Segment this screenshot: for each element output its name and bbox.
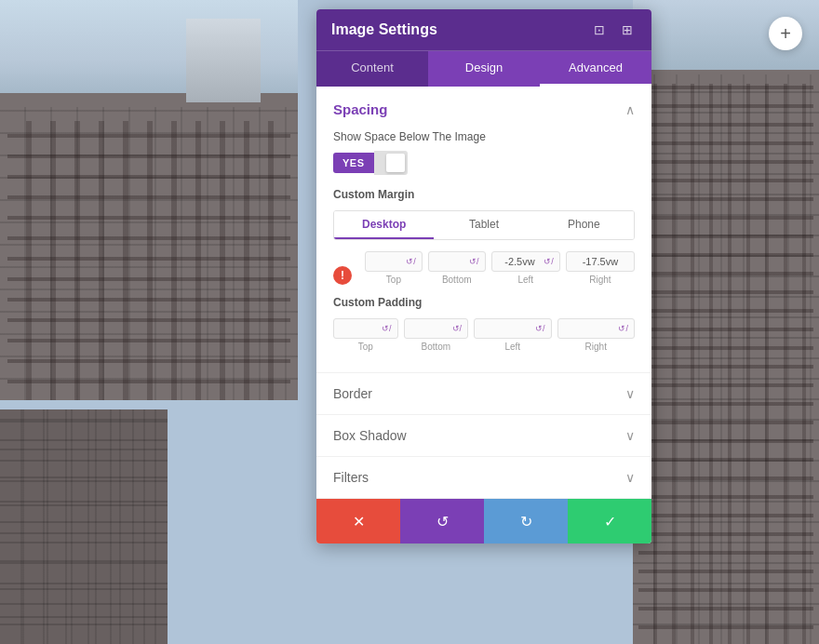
padding-left-input[interactable]: [480, 323, 533, 334]
panel-title: Image Settings: [331, 21, 437, 38]
padding-left-col: ↺/ Left: [474, 318, 551, 352]
toggle-yes-button[interactable]: YES: [333, 153, 374, 173]
custom-padding-label: Custom Padding: [333, 296, 635, 309]
device-tab-tablet[interactable]: Tablet: [434, 211, 533, 239]
device-tabs: Desktop Tablet Phone: [333, 210, 635, 240]
margin-left-input-wrapper: ↺/: [491, 251, 560, 272]
border-title: Border: [333, 386, 372, 401]
filters-chevron: ∨: [625, 470, 635, 485]
cancel-icon: ✕: [353, 513, 365, 530]
background-image-bottom-left: [0, 409, 168, 644]
padding-top-unit: ↺/: [382, 324, 392, 333]
box-shadow-chevron: ∨: [625, 428, 635, 443]
panel-footer: ✕ ↺ ↻ ✓: [316, 499, 651, 543]
save-button[interactable]: ✓: [568, 499, 651, 543]
padding-top-input[interactable]: [340, 323, 380, 334]
margin-bottom-input[interactable]: [435, 256, 467, 267]
margin-right-input-wrapper: [566, 251, 635, 272]
panel-body: Spacing ∧ Show Space Below The Image YES…: [316, 87, 651, 499]
plus-icon: +: [780, 23, 791, 45]
margin-bottom-label: Bottom: [442, 275, 472, 285]
padding-top-input-wrapper: ↺/: [333, 318, 398, 339]
device-tab-phone[interactable]: Phone: [534, 211, 634, 239]
tab-advanced[interactable]: Advanced: [540, 51, 651, 87]
padding-inputs-row: ↺/ Top ↺/ Bottom ↺/ Left: [333, 318, 635, 352]
undo-icon: ↺: [436, 513, 449, 530]
cancel-button[interactable]: ✕: [316, 499, 400, 543]
panel-header: Image Settings ⊡ ⊞: [316, 9, 651, 50]
margin-inputs-row: ! ↺/ Top ↺/ Bottom: [333, 251, 635, 285]
filters-title: Filters: [333, 470, 369, 485]
tab-design[interactable]: Design: [428, 51, 540, 87]
padding-right-unit: ↺/: [618, 324, 628, 333]
padding-right-col: ↺/ Right: [557, 318, 635, 352]
undo-button[interactable]: ↺: [400, 499, 484, 543]
box-shadow-title: Box Shadow: [333, 428, 407, 443]
background-image-right: [633, 0, 819, 644]
margin-top-unit: ↺/: [406, 257, 416, 266]
error-badge: !: [333, 266, 352, 285]
margin-right-input[interactable]: [572, 256, 628, 267]
padding-top-col: ↺/ Top: [333, 318, 398, 352]
background-image-top-left: [0, 0, 298, 400]
padding-left-unit: ↺/: [535, 324, 545, 333]
tab-content[interactable]: Content: [316, 51, 428, 87]
toggle-track[interactable]: [374, 151, 408, 175]
resize-icon[interactable]: ⊡: [590, 20, 609, 39]
spacing-section: Spacing ∧ Show Space Below The Image YES…: [316, 87, 651, 373]
padding-right-input[interactable]: [564, 323, 617, 334]
margin-top-input-wrapper: ↺/: [365, 251, 423, 272]
collapse-icon[interactable]: ∧: [625, 102, 635, 117]
padding-right-input-wrapper: ↺/: [557, 318, 635, 339]
margin-right-label: Right: [589, 275, 611, 285]
padding-bottom-label: Bottom: [421, 342, 450, 352]
header-icons: ⊡ ⊞: [590, 20, 637, 39]
padding-bottom-col: ↺/ Bottom: [404, 318, 469, 352]
margin-bottom-unit: ↺/: [469, 257, 479, 266]
padding-left-input-wrapper: ↺/: [474, 318, 551, 339]
padding-bottom-input-wrapper: ↺/: [404, 318, 469, 339]
margin-right-col: Right: [566, 251, 635, 285]
grid-icon[interactable]: ⊞: [618, 20, 637, 39]
padding-bottom-input[interactable]: [410, 323, 450, 334]
margin-top-input[interactable]: [371, 256, 404, 267]
margin-left-input[interactable]: [498, 256, 543, 267]
margin-left-col: ↺/ Left: [491, 251, 560, 285]
margin-left-unit: ↺/: [544, 257, 554, 266]
device-tab-desktop[interactable]: Desktop: [334, 211, 434, 239]
padding-bottom-unit: ↺/: [452, 324, 463, 333]
spacing-title: Spacing: [333, 101, 387, 117]
redo-button[interactable]: ↻: [484, 499, 568, 543]
margin-top-label: Top: [386, 275, 401, 285]
border-section[interactable]: Border ∨: [316, 373, 651, 415]
toggle-wrap: YES: [333, 151, 635, 175]
margin-top-col: ↺/ Top: [365, 251, 423, 285]
padding-top-label: Top: [358, 342, 373, 352]
margin-left-label: Left: [517, 275, 533, 285]
image-settings-panel: Image Settings ⊡ ⊞ Content Design Advanc…: [316, 9, 651, 543]
spacing-section-header: Spacing ∧: [333, 101, 635, 117]
save-icon: ✓: [604, 513, 616, 530]
margin-bottom-col: ↺/ Bottom: [428, 251, 486, 285]
padding-left-label: Left: [504, 342, 520, 352]
box-shadow-section[interactable]: Box Shadow ∨: [316, 415, 651, 457]
padding-right-label: Right: [585, 342, 607, 352]
filters-section[interactable]: Filters ∨: [316, 457, 651, 499]
redo-icon: ↻: [520, 513, 532, 530]
border-chevron: ∨: [625, 386, 635, 401]
show-space-label: Show Space Below The Image: [333, 130, 635, 143]
add-button[interactable]: +: [769, 17, 802, 50]
tabs-bar: Content Design Advanced: [316, 50, 651, 87]
margin-bottom-input-wrapper: ↺/: [428, 251, 486, 272]
custom-margin-label: Custom Margin: [333, 188, 635, 201]
